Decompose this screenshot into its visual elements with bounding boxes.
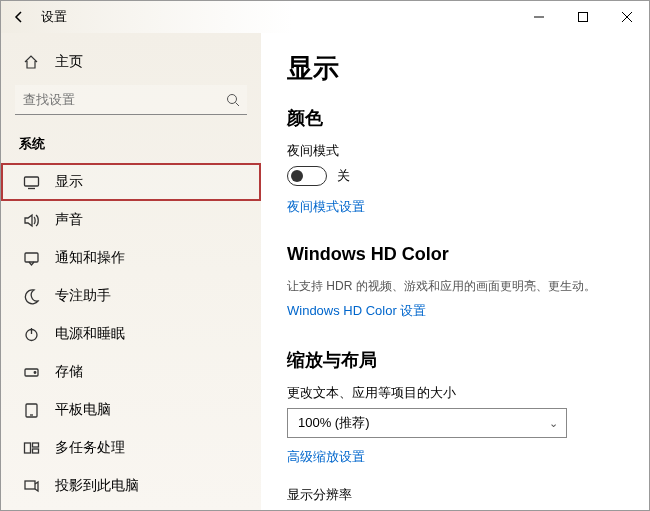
page-title: 显示 <box>287 51 621 86</box>
night-mode-toggle-row: 关 <box>287 166 621 186</box>
section-color-heading: 颜色 <box>287 106 621 130</box>
night-mode-settings-link[interactable]: 夜间模式设置 <box>287 198 365 216</box>
night-mode-state: 关 <box>337 167 350 185</box>
sidebar-item-tablet[interactable]: 平板电脑 <box>1 391 261 429</box>
home-label: 主页 <box>55 53 83 71</box>
sidebar-item-multitask[interactable]: 多任务处理 <box>1 429 261 467</box>
power-icon <box>23 326 45 343</box>
sidebar-item-label: 平板电脑 <box>55 401 111 419</box>
search-field-wrap <box>15 85 247 115</box>
sidebar: 主页 系统 显示 声音 通知和操作 专注助手 电源和睡眠 <box>1 33 261 510</box>
multitask-icon <box>23 440 45 457</box>
svg-rect-6 <box>25 177 39 186</box>
window-title: 设置 <box>37 8 67 26</box>
maximize-button[interactable] <box>561 1 605 33</box>
minimize-icon <box>534 12 544 22</box>
sidebar-item-label: 显示 <box>55 173 83 191</box>
svg-rect-1 <box>579 13 588 22</box>
svg-line-5 <box>236 103 240 107</box>
scale-value: 100% (推荐) <box>298 414 370 432</box>
sidebar-item-label: 通知和操作 <box>55 249 125 267</box>
monitor-icon <box>23 174 45 191</box>
drive-icon <box>23 364 45 381</box>
section-hd-heading: Windows HD Color <box>287 244 621 265</box>
notify-icon <box>23 250 45 267</box>
sidebar-item-power[interactable]: 电源和睡眠 <box>1 315 261 353</box>
tablet-icon <box>23 402 45 419</box>
sidebar-item-label: 多任务处理 <box>55 439 125 457</box>
resolution-label: 显示分辨率 <box>287 486 621 504</box>
night-mode-toggle[interactable] <box>287 166 327 186</box>
sidebar-item-label: 电源和睡眠 <box>55 325 125 343</box>
sidebar-item-label: 专注助手 <box>55 287 111 305</box>
advanced-scale-link[interactable]: 高级缩放设置 <box>287 448 365 466</box>
scale-dropdown[interactable]: 100% (推荐) ⌄ <box>287 408 567 438</box>
svg-rect-18 <box>25 481 35 489</box>
scale-label: 更改文本、应用等项目的大小 <box>287 384 621 402</box>
sidebar-item-project[interactable]: 投影到此电脑 <box>1 467 261 505</box>
section-scale-heading: 缩放与布局 <box>287 348 621 372</box>
hd-description: 让支持 HDR 的视频、游戏和应用的画面更明亮、更生动。 <box>287 277 621 296</box>
night-mode-label: 夜间模式 <box>287 142 621 160</box>
svg-rect-8 <box>25 253 38 262</box>
search-input[interactable] <box>15 85 247 115</box>
close-icon <box>622 12 632 22</box>
moon-icon <box>23 288 45 305</box>
chevron-down-icon: ⌄ <box>549 417 558 430</box>
back-button[interactable] <box>1 1 37 33</box>
home-button[interactable]: 主页 <box>1 47 261 81</box>
svg-point-12 <box>34 371 36 373</box>
close-button[interactable] <box>605 1 649 33</box>
main-panel: 显示 颜色 夜间模式 关 夜间模式设置 Windows HD Color 让支持… <box>261 33 649 510</box>
svg-rect-16 <box>33 443 39 447</box>
maximize-icon <box>578 12 588 22</box>
sidebar-item-label: 声音 <box>55 211 83 229</box>
sidebar-item-storage[interactable]: 存储 <box>1 353 261 391</box>
sidebar-item-notifications[interactable]: 通知和操作 <box>1 239 261 277</box>
sidebar-item-label: 投影到此电脑 <box>55 477 139 495</box>
home-icon <box>23 54 45 70</box>
svg-rect-17 <box>33 449 39 453</box>
search-icon <box>225 92 241 108</box>
hd-color-settings-link[interactable]: Windows HD Color 设置 <box>287 302 426 320</box>
svg-rect-15 <box>25 443 31 453</box>
speaker-icon <box>23 212 45 229</box>
titlebar: 设置 <box>1 1 649 33</box>
window-controls <box>517 1 649 33</box>
minimize-button[interactable] <box>517 1 561 33</box>
sidebar-item-label: 存储 <box>55 363 83 381</box>
sidebar-section-title: 系统 <box>1 129 261 163</box>
sidebar-item-focus[interactable]: 专注助手 <box>1 277 261 315</box>
sidebar-item-display[interactable]: 显示 <box>1 163 261 201</box>
sidebar-item-sound[interactable]: 声音 <box>1 201 261 239</box>
project-icon <box>23 478 45 495</box>
back-arrow-icon <box>12 10 26 24</box>
svg-point-4 <box>228 95 237 104</box>
